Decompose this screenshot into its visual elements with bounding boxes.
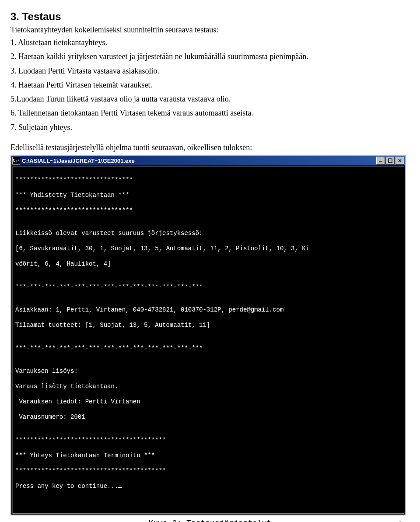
maximize-button[interactable] [386, 157, 395, 165]
section-intro: Tietokantayhteyden kokeilemiseksi suunni… [10, 25, 410, 35]
console-line: Varauksen tiedot: Pertti Virtanen [15, 398, 401, 406]
list-item: 5.Luodaan Turun liikettä vastaava olio j… [10, 94, 410, 104]
console-line: ******************************** [15, 207, 401, 215]
console-line: ******************************** [15, 176, 401, 184]
svg-rect-1 [388, 159, 392, 162]
console-output: ******************************** *** Yhd… [13, 167, 404, 513]
window-title: C:\ASIALL~1\Java\JCREAT~1\GE2001.exe [22, 158, 376, 164]
figure-caption: Kuva 3: Testausjärjestelyt [10, 519, 410, 522]
console-prompt-line: Press any key to continue... [15, 483, 401, 490]
console-line: Tilaamat tuotteet: [1, Suojat, 13, 5, Au… [15, 322, 401, 329]
console-window: C:\ C:\ASIALL~1\Java\JCREAT~1\GE2001.exe… [10, 155, 406, 515]
list-item: 6. Tallennetaan tietokantaan Pertti Virt… [10, 108, 410, 118]
window-buttons [376, 157, 404, 165]
section-heading: 3. Testaus [10, 11, 410, 23]
svg-rect-0 [379, 161, 382, 162]
list-item: 2. Haetaan kaikki yrityksen varusteet ja… [10, 51, 410, 62]
console-line: Varauksen lisõys: [15, 368, 401, 375]
console-line: *** Yhteys Tietokantaan Terminoitu *** [15, 452, 401, 460]
console-line: Asiakkaan: 1, Pertti, Virtanen, 040-4732… [15, 306, 401, 314]
cmd-icon: C:\ [12, 157, 20, 165]
list-item: 1. Alustetaan tietokantayhteys. [10, 37, 410, 48]
minimize-button[interactable] [376, 157, 385, 165]
console-line: ****************************************… [15, 467, 401, 475]
page-number: 9 [399, 520, 402, 522]
console-line: ****************************************… [15, 437, 401, 445]
window-titlebar: C:\ C:\ASIALL~1\Java\JCREAT~1\GE2001.exe [11, 156, 405, 165]
console-prompt-text: Press any key to continue... [15, 483, 118, 490]
console-line: võõrit, 6, 4, Haulikot, 4] [15, 260, 401, 268]
cursor-icon [118, 487, 122, 488]
console-line: [6, Savukranaatit, 30, 1, Suojat, 13, 5,… [15, 245, 401, 253]
console-frame: ******************************** *** Yhd… [12, 166, 404, 514]
console-line: *** Yhdistetty Tietokantaan *** [15, 192, 401, 200]
result-intro: Edellisellä testausjärjestelyllä ohjelma… [10, 143, 410, 152]
console-line: ***-***-***-***-***-***-***-***-***-***-… [15, 345, 401, 353]
list-item: 4. Haetaan Pertti Virtasen tekemät varau… [10, 80, 410, 90]
console-line: Varausnumero: 2001 [15, 413, 401, 421]
close-button[interactable] [396, 157, 404, 165]
steps-list: 1. Alustetaan tietokantayhteys. 2. Haeta… [10, 37, 410, 133]
list-item: 3. Luodaan Pertti Virtasta vastaava asia… [10, 66, 410, 76]
console-line: ***-***-***-***-***-***-***-***-***-***-… [15, 284, 401, 291]
console-line: Varaus lisõtty tietokantaan. [15, 383, 401, 391]
console-line: Liikkeissõ olevat varusteet suuruus jõrj… [15, 230, 401, 238]
list-item: 7. Suljetaan yhteys. [10, 122, 410, 133]
